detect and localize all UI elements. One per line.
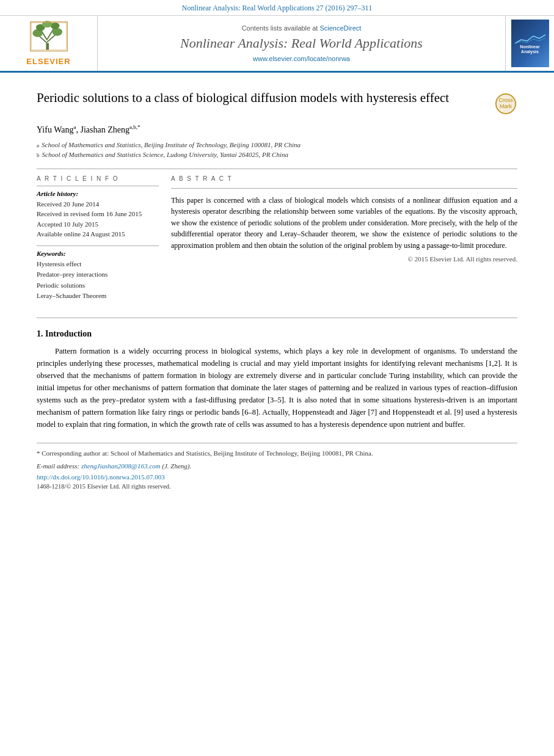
keyword-2: Predator–prey interactions <box>37 269 159 280</box>
keyword-3: Periodic solutions <box>37 280 159 291</box>
affil-a-text: School of Mathematics and Statistics, Be… <box>42 140 301 150</box>
affil-a-sup: a <box>37 142 39 150</box>
footer-divider <box>37 443 517 443</box>
journal-cover-box: NonlinearAnalysis <box>505 16 554 71</box>
email-label: E-mail address: <box>37 462 79 470</box>
article-history-box: Article history: Received 20 June 2014 R… <box>37 186 159 239</box>
authors-line: Yifu Wanga, Jiashan Zhenga,b,* <box>37 124 517 135</box>
paper-title-row: Periodic solutions to a class of biologi… <box>37 90 517 115</box>
article-info-label: A R T I C L E I N F O <box>37 175 159 182</box>
received-date: Received 20 June 2014 <box>37 199 159 209</box>
author1-name: Yifu Wang <box>37 125 73 134</box>
section-divider <box>37 318 517 318</box>
intro-paragraph-1: Pattern formation is a widely occurring … <box>37 345 517 431</box>
keyword-4: Leray–Schauder Theorem <box>37 291 159 302</box>
journal-url[interactable]: www.elsevier.com/locate/nonrwa <box>253 55 350 62</box>
affil-b-sup: b <box>37 151 40 160</box>
keywords-label: Keywords: <box>37 250 159 257</box>
elsevier-label: ELSEVIER <box>26 57 70 66</box>
corresponding-star: * <box>137 124 140 130</box>
abstract-label: A B S T R A C T <box>171 175 517 182</box>
svg-text:Cross: Cross <box>498 97 513 103</box>
journal-cover-image: NonlinearAnalysis <box>511 20 549 67</box>
citation-text: Nonlinear Analysis: Real World Applicati… <box>182 4 372 12</box>
author2-separator: , Jiashan Zheng <box>76 125 129 134</box>
two-column-section: A R T I C L E I N F O Article history: R… <box>37 175 517 308</box>
journal-title-box: Contents lists available at ScienceDirec… <box>98 16 505 71</box>
journal-citation-bar: Nonlinear Analysis: Real World Applicati… <box>0 0 554 16</box>
abstract-col: A B S T R A C T This paper is concerned … <box>171 175 517 308</box>
keywords-box: Keywords: Hysteresis effect Predator–pre… <box>37 245 159 302</box>
keyword-1: Hysteresis effect <box>37 259 159 270</box>
corresponding-author-note: * Corresponding author at: School of Mat… <box>37 448 517 459</box>
email-suffix: (J. Zheng). <box>162 462 191 470</box>
section-number: 1. <box>37 329 43 338</box>
svg-point-6 <box>52 28 62 36</box>
email-note: E-mail address: zhengJiashan2008@163.com… <box>37 461 517 471</box>
elsevier-logo-box: ELSEVIER <box>0 16 98 71</box>
section-title-text: Introduction <box>45 329 92 338</box>
header-divider <box>37 169 517 169</box>
cover-graph-icon <box>515 32 545 45</box>
keywords-list: Hysteresis effect Predator–prey interact… <box>37 259 159 302</box>
contents-available-line: Contents lists available at ScienceDirec… <box>242 24 362 32</box>
paper-title: Periodic solutions to a class of biologi… <box>37 90 494 106</box>
article-history-label: Article history: <box>37 190 159 197</box>
issn-line: 1468-1218/© 2015 Elsevier Ltd. All right… <box>37 483 517 490</box>
copyright-line: © 2015 Elsevier Ltd. All rights reserved… <box>171 255 517 263</box>
affil-a-line: a School of Mathematics and Statistics, … <box>37 140 517 150</box>
author2-sup: a,b, <box>129 124 137 130</box>
introduction-heading: 1. Introduction <box>37 329 517 339</box>
journal-header: ELSEVIER Contents lists available at Sci… <box>0 16 554 73</box>
affil-b-text: School of Mathematics and Statistics Sci… <box>42 150 289 160</box>
email-address[interactable]: zhengJiashan2008@163.com <box>81 462 161 470</box>
accepted-date: Accepted 10 July 2015 <box>37 219 159 230</box>
abstract-text: This paper is concerned with a class of … <box>171 195 517 252</box>
corresponding-note-text: * Corresponding author at: School of Mat… <box>37 449 373 457</box>
elsevier-tree-icon <box>27 21 70 54</box>
article-info-col: A R T I C L E I N F O Article history: R… <box>37 175 159 308</box>
affil-b-line: b School of Mathematics and Statistics S… <box>37 150 517 160</box>
available-date: Available online 24 August 2015 <box>37 229 159 239</box>
journal-name: Nonlinear Analysis: Real World Applicati… <box>180 35 423 51</box>
svg-rect-0 <box>46 43 49 50</box>
abstract-top-divider <box>171 188 517 189</box>
crossmark-icon[interactable]: Cross Mark <box>494 92 517 115</box>
main-content: Periodic solutions to a class of biologi… <box>0 73 554 502</box>
doi-link[interactable]: http://dx.doi.org/10.1016/j.nonrwa.2015.… <box>37 473 517 481</box>
affiliations: a School of Mathematics and Statistics, … <box>37 140 517 160</box>
cover-title-text: NonlinearAnalysis <box>520 45 539 55</box>
revised-date: Received in revised form 16 June 2015 <box>37 209 159 219</box>
svg-text:Mark: Mark <box>500 103 512 109</box>
sciencedirect-link[interactable]: ScienceDirect <box>319 24 361 32</box>
